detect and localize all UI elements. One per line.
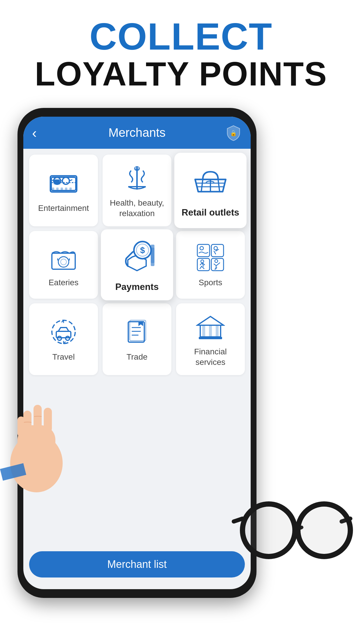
svg-rect-34 <box>211 244 224 257</box>
svg-text:$: $ <box>140 245 145 255</box>
svg-point-65 <box>245 507 292 554</box>
retail-outlets-icon <box>192 164 229 201</box>
svg-rect-7 <box>52 188 54 190</box>
svg-rect-53 <box>216 325 219 337</box>
retail-outlets-label: Retail outlets <box>182 206 239 218</box>
svg-point-6 <box>62 177 69 184</box>
hand-decoration <box>0 382 73 492</box>
svg-line-19 <box>218 179 219 192</box>
svg-point-15 <box>135 167 136 169</box>
travel-label: Travel <box>52 352 75 362</box>
svg-point-66 <box>301 507 347 554</box>
category-financial-services[interactable]: Financial services <box>176 303 245 375</box>
category-sports[interactable]: Sports <box>176 231 245 299</box>
sports-icon <box>196 243 225 272</box>
app-footer: Merchant list <box>29 551 245 578</box>
eateries-icon <box>49 243 78 272</box>
health-beauty-label: Health, beauty, relaxation <box>107 198 167 219</box>
entertainment-label: Entertainment <box>38 203 89 214</box>
app-header: ‹ Merchants 🔒 <box>23 117 251 149</box>
category-retail-outlets[interactable]: Retail outlets <box>174 153 247 228</box>
financial-services-label: Financial services <box>180 346 240 368</box>
entertainment-icon <box>49 169 78 198</box>
svg-rect-45 <box>130 320 146 341</box>
category-trade[interactable]: Trade <box>103 303 171 375</box>
svg-point-16 <box>138 167 139 169</box>
phone-screen: ‹ Merchants 🔒 <box>23 117 251 589</box>
svg-rect-60 <box>17 416 25 437</box>
sports-label: Sports <box>199 277 222 288</box>
svg-rect-59 <box>44 408 52 433</box>
svg-rect-10 <box>65 188 67 190</box>
trade-icon <box>122 317 152 346</box>
header-line1: COLLECT <box>0 18 362 55</box>
svg-point-35 <box>214 246 217 250</box>
phone-outer: ‹ Merchants 🔒 <box>17 108 256 598</box>
eateries-label: Eateries <box>49 277 79 288</box>
health-beauty-icon <box>122 163 152 192</box>
svg-point-23 <box>58 257 69 267</box>
svg-rect-51 <box>202 325 205 337</box>
trade-label: Trade <box>126 352 147 362</box>
svg-text:🔒: 🔒 <box>230 130 237 136</box>
category-travel[interactable]: Travel <box>29 303 98 375</box>
payments-icon: $ <box>119 238 155 275</box>
payments-label: Payments <box>115 281 159 293</box>
app-title: Merchants <box>108 126 166 140</box>
merchant-categories-grid: Entertainment <box>23 149 251 375</box>
svg-point-14 <box>134 166 140 171</box>
category-health-beauty[interactable]: Health, beauty, relaxation <box>103 155 171 226</box>
svg-line-64 <box>234 519 242 522</box>
svg-line-17 <box>201 179 203 192</box>
page-header: COLLECT LOYALTY POINTS <box>0 0 362 104</box>
category-entertainment[interactable]: Entertainment <box>29 155 98 226</box>
svg-rect-8 <box>56 188 59 190</box>
svg-point-24 <box>61 259 66 265</box>
svg-rect-9 <box>61 188 63 190</box>
back-button[interactable]: ‹ <box>32 125 37 141</box>
svg-point-33 <box>200 246 203 250</box>
financial-services-icon <box>196 312 225 341</box>
svg-rect-11 <box>69 188 72 190</box>
shield-icon[interactable]: 🔒 <box>225 124 242 141</box>
travel-icon <box>49 317 78 346</box>
header-line2: LOYALTY POINTS <box>0 55 362 92</box>
merchant-list-button[interactable]: Merchant list <box>29 551 245 578</box>
svg-rect-32 <box>197 244 210 257</box>
svg-rect-58 <box>34 405 42 431</box>
category-eateries[interactable]: Eateries <box>29 231 98 299</box>
svg-rect-52 <box>209 325 212 337</box>
svg-rect-31 <box>151 248 154 263</box>
category-payments[interactable]: $ Payments <box>101 229 173 300</box>
glasses-decoration <box>231 484 353 577</box>
svg-point-39 <box>215 260 218 262</box>
